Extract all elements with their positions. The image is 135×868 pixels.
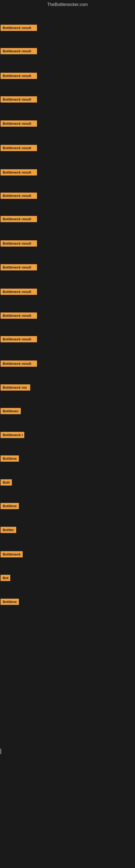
bottleneck-row-10[interactable]: Bottleneck result bbox=[1, 240, 37, 248]
bottleneck-row-12[interactable]: Bottleneck result bbox=[1, 289, 37, 296]
bottleneck-row-19[interactable]: Bottlene bbox=[1, 456, 19, 463]
bottleneck-row-2[interactable]: Bottleneck result bbox=[1, 48, 37, 55]
bottleneck-badge-10[interactable]: Bottleneck result bbox=[1, 240, 37, 247]
bottleneck-badge-17[interactable]: Bottlenec bbox=[1, 408, 21, 414]
bottleneck-row-15[interactable]: Bottleneck result bbox=[1, 361, 37, 368]
bottleneck-badge-6[interactable]: Bottleneck result bbox=[1, 145, 37, 151]
bottleneck-badge-7[interactable]: Bottleneck result bbox=[1, 169, 37, 176]
bottleneck-badge-15[interactable]: Bottleneck result bbox=[1, 361, 37, 367]
bottleneck-row-11[interactable]: Bottleneck result bbox=[1, 264, 37, 272]
bottleneck-row-17[interactable]: Bottlenec bbox=[1, 408, 21, 415]
bottleneck-row-23[interactable]: Bottleneck bbox=[1, 551, 23, 558]
bottleneck-badge-21[interactable]: Bottlene bbox=[1, 503, 19, 509]
bottleneck-badge-13[interactable]: Bottleneck result bbox=[1, 312, 37, 319]
bottleneck-badge-20[interactable]: Bott bbox=[1, 479, 12, 486]
cursor-indicator bbox=[1, 749, 1, 754]
bottleneck-row-21[interactable]: Bottlene bbox=[1, 503, 19, 510]
bottleneck-badge-25[interactable]: Bottlene bbox=[1, 599, 19, 605]
bottleneck-badge-19[interactable]: Bottlene bbox=[1, 456, 19, 462]
bottleneck-badge-5[interactable]: Bottleneck result bbox=[1, 120, 37, 127]
bottleneck-row-20[interactable]: Bott bbox=[1, 479, 12, 487]
bottleneck-row-4[interactable]: Bottleneck result bbox=[1, 96, 37, 104]
bottleneck-row-16[interactable]: Bottleneck res bbox=[1, 384, 30, 392]
bottleneck-badge-9[interactable]: Bottleneck result bbox=[1, 216, 37, 222]
bottleneck-row-24[interactable]: Bot bbox=[1, 575, 10, 582]
bottleneck-badge-16[interactable]: Bottleneck res bbox=[1, 384, 30, 391]
site-header: TheBottlenecker.com bbox=[0, 0, 135, 9]
bottleneck-row-9[interactable]: Bottleneck result bbox=[1, 216, 37, 223]
bottleneck-badge-8[interactable]: Bottleneck result bbox=[1, 193, 37, 199]
bottleneck-row-25[interactable]: Bottlene bbox=[1, 599, 19, 606]
bottleneck-badge-2[interactable]: Bottleneck result bbox=[1, 48, 37, 54]
bottleneck-badge-23[interactable]: Bottleneck bbox=[1, 551, 23, 557]
bottleneck-row-18[interactable]: Bottleneck r bbox=[1, 432, 24, 439]
bottleneck-badge-22[interactable]: Bottler bbox=[1, 527, 16, 533]
bottleneck-badge-1[interactable]: Bottleneck result bbox=[1, 25, 37, 31]
bottleneck-badge-18[interactable]: Bottleneck r bbox=[1, 432, 24, 438]
bottleneck-badge-4[interactable]: Bottleneck result bbox=[1, 96, 37, 102]
site-title: TheBottlenecker.com bbox=[0, 0, 135, 9]
bottleneck-badge-14[interactable]: Bottleneck result bbox=[1, 336, 37, 342]
bottleneck-row-6[interactable]: Bottleneck result bbox=[1, 145, 37, 152]
bottleneck-row-8[interactable]: Bottleneck result bbox=[1, 193, 37, 200]
bottleneck-badge-3[interactable]: Bottleneck result bbox=[1, 73, 37, 79]
bottleneck-badge-11[interactable]: Bottleneck result bbox=[1, 264, 37, 271]
bottleneck-row-1[interactable]: Bottleneck result bbox=[1, 25, 37, 32]
bottleneck-badge-12[interactable]: Bottleneck result bbox=[1, 289, 37, 295]
bottleneck-row-22[interactable]: Bottler bbox=[1, 527, 16, 534]
bottleneck-row-3[interactable]: Bottleneck result bbox=[1, 73, 37, 80]
bottleneck-row-7[interactable]: Bottleneck result bbox=[1, 169, 37, 177]
bottleneck-row-14[interactable]: Bottleneck result bbox=[1, 336, 37, 343]
bottleneck-badge-24[interactable]: Bot bbox=[1, 575, 10, 581]
bottleneck-row-5[interactable]: Bottleneck result bbox=[1, 120, 37, 128]
bottleneck-row-13[interactable]: Bottleneck result bbox=[1, 312, 37, 320]
